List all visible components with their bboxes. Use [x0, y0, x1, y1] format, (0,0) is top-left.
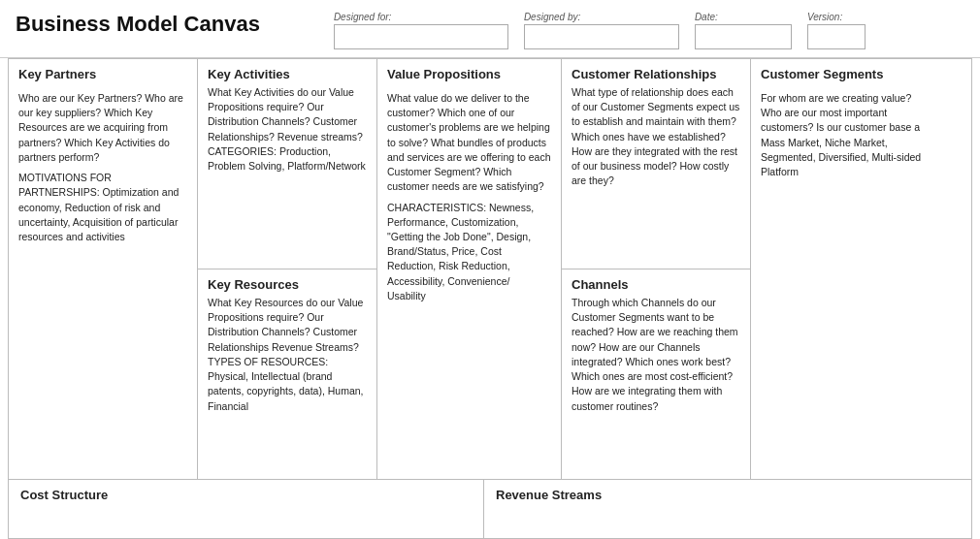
designed-by-label: Designed by: — [524, 12, 679, 22]
meta-fields: Designed for: Designed by: Date: Version… — [334, 12, 964, 49]
key-activities-resources-column: Key Activities What Key Activities do ou… — [198, 59, 377, 479]
date-label: Date: — [695, 12, 792, 22]
date-field: Date: — [695, 12, 792, 49]
customer-segments-body1: For whom are we creating value? Who are … — [761, 91, 931, 179]
page-title: Business Model Canvas — [16, 12, 260, 37]
designed-by-field: Designed by: — [524, 12, 679, 49]
key-resources-body1: What Key Resources do our Value Proposit… — [208, 296, 367, 355]
key-activities-body1: What Key Activities do our Value Proposi… — [208, 85, 367, 144]
key-partners-title: Key Partners — [18, 67, 187, 81]
key-partners-body1: Who are our Key Partners? Who are our ke… — [18, 91, 187, 165]
value-propositions-title: Value Propositions — [387, 67, 551, 81]
version-input[interactable] — [807, 24, 866, 49]
key-resources-body2: TYPES OF RESOURCES: Physical, Intellectu… — [208, 355, 367, 414]
key-activities-section: Key Activities What Key Activities do ou… — [198, 59, 376, 270]
key-activities-title: Key Activities — [208, 67, 367, 81]
canvas-top: Key Partners Who are our Key Partners? W… — [9, 59, 971, 480]
revenue-streams-title: Revenue Streams — [496, 488, 602, 502]
date-input[interactable] — [695, 24, 792, 49]
key-partners-section: Key Partners Who are our Key Partners? W… — [9, 59, 198, 479]
channels-body1: Through which Channels do our Customer S… — [572, 296, 740, 414]
page: Business Model Canvas Designed for: Desi… — [0, 0, 980, 539]
cost-structure-section: Cost Structure — [9, 480, 484, 538]
header: Business Model Canvas Designed for: Desi… — [0, 0, 980, 58]
key-resources-section: Key Resources What Key Resources do our … — [198, 270, 376, 479]
value-propositions-body1: What value do we deliver to the customer… — [387, 91, 551, 195]
channels-section: Channels Through which Channels do our C… — [562, 270, 750, 479]
revenue-streams-section: Revenue Streams — [484, 480, 971, 538]
value-propositions-body2: CHARACTERISTICS: Newness, Performance, C… — [387, 201, 551, 304]
designed-for-label: Designed for: — [334, 12, 508, 22]
canvas-body: Key Partners Who are our Key Partners? W… — [8, 58, 972, 539]
designed-for-input[interactable] — [334, 24, 508, 49]
channels-title: Channels — [572, 277, 740, 292]
customer-segments-section: Customer Segments For whom are we creati… — [751, 59, 940, 479]
version-field: Version: — [807, 12, 866, 49]
key-resources-title: Key Resources — [208, 277, 367, 292]
key-activities-body2: CATEGORIES: Production, Problem Solving,… — [208, 144, 367, 174]
customer-relationships-section: Customer Relationships What type of rela… — [562, 59, 750, 270]
canvas-bottom: Cost Structure Revenue Streams — [9, 480, 971, 538]
designed-by-input[interactable] — [524, 24, 679, 49]
customer-segments-title: Customer Segments — [761, 67, 931, 81]
value-propositions-section: Value Propositions What value do we deli… — [377, 59, 562, 479]
cost-structure-title: Cost Structure — [20, 488, 108, 502]
customer-relationships-body1: What type of relationship does each of o… — [572, 85, 740, 189]
customer-rel-channels-column: Customer Relationships What type of rela… — [562, 59, 751, 479]
designed-for-field: Designed for: — [334, 12, 508, 49]
key-partners-body2: MOTIVATIONS FOR PARTNERSHIPS: Optimizati… — [18, 171, 187, 244]
customer-relationships-title: Customer Relationships — [572, 67, 740, 81]
title-area: Business Model Canvas — [16, 12, 260, 37]
version-label: Version: — [807, 12, 866, 22]
